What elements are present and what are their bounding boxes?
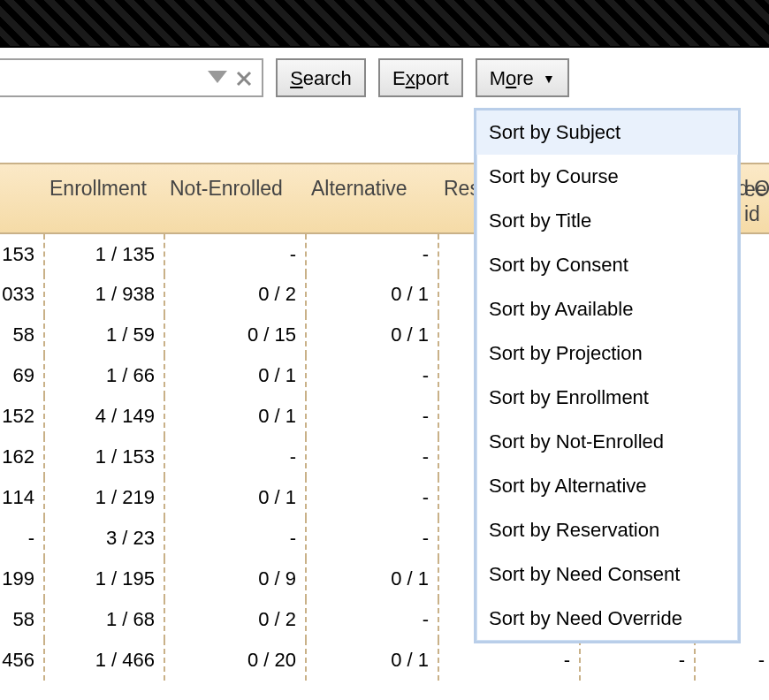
cell: 152	[0, 396, 44, 437]
cell: -	[306, 437, 438, 477]
cell: -	[306, 233, 438, 274]
cell: 0 / 1	[164, 477, 306, 518]
col-header[interactable]: Enrollment	[44, 164, 164, 233]
cell: 1 / 68	[44, 599, 164, 640]
menu-item[interactable]: Sort by Need Override	[476, 597, 738, 641]
search-box[interactable]	[0, 58, 263, 97]
clear-icon[interactable]	[232, 65, 256, 92]
search-input[interactable]	[0, 60, 196, 95]
cell: 1 / 153	[44, 437, 164, 477]
cell: -	[164, 233, 306, 274]
cell: 0 / 1	[306, 315, 438, 355]
cell: 0 / 1	[306, 640, 438, 681]
cell: 1 / 219	[44, 477, 164, 518]
cell: 3 / 23	[44, 518, 164, 559]
cell: -	[580, 640, 695, 681]
cell: 1 / 195	[44, 559, 164, 599]
cell: -	[0, 518, 44, 559]
col-header[interactable]: Not-Enrolled	[164, 164, 306, 233]
menu-item[interactable]: Sort by Enrollment	[476, 376, 738, 420]
top-stripe-bar	[0, 0, 769, 48]
cell: 1 / 135	[44, 233, 164, 274]
export-button[interactable]: ExportExport	[378, 58, 463, 97]
col-header[interactable]: Alternative	[306, 164, 438, 233]
cell: -	[306, 518, 438, 559]
menu-item[interactable]: Sort by Projection	[476, 331, 738, 376]
cell: -	[164, 518, 306, 559]
table-row[interactable]: 4561 / 4660 / 200 / 1---	[0, 640, 769, 681]
cell: 0 / 20	[164, 640, 306, 681]
menu-item[interactable]: Sort by Not-Enrolled	[476, 420, 738, 464]
cell: 0 / 1	[164, 355, 306, 396]
cell: 1 / 66	[44, 355, 164, 396]
menu-item[interactable]: Sort by Alternative	[476, 464, 738, 508]
menu-item[interactable]: Sort by Need Consent	[476, 552, 738, 597]
cell: 0 / 9	[164, 559, 306, 599]
cell: 1 / 938	[44, 274, 164, 315]
cell: -	[438, 640, 580, 681]
cell: 69	[0, 355, 44, 396]
svg-marker-0	[208, 71, 227, 83]
cell: -	[306, 355, 438, 396]
menu-item[interactable]: Sort by Available	[476, 287, 738, 331]
menu-item[interactable]: Sort by Reservation	[476, 508, 738, 552]
cell: -	[306, 477, 438, 518]
caret-down-icon: ▼	[543, 72, 555, 86]
cell: 0 / 15	[164, 315, 306, 355]
menu-item[interactable]: Sort by Title	[476, 199, 738, 243]
cell: 58	[0, 599, 44, 640]
filter-dropdown-icon[interactable]	[205, 65, 230, 92]
cell: -	[164, 437, 306, 477]
cell: 0 / 2	[164, 599, 306, 640]
cell: 199	[0, 559, 44, 599]
menu-item[interactable]: Sort by Course	[476, 155, 738, 199]
more-dropdown-menu: Sort by SubjectSort by CourseSort by Tit…	[474, 108, 741, 643]
cell: 114	[0, 477, 44, 518]
cell: -	[306, 599, 438, 640]
cell: 1 / 59	[44, 315, 164, 355]
search-button[interactable]: SSearchearch	[276, 58, 366, 97]
cell: 033	[0, 274, 44, 315]
col-header[interactable]: tion	[0, 164, 44, 233]
menu-item[interactable]: Sort by Consent	[476, 243, 738, 287]
menu-item[interactable]: Sort by Subject	[476, 110, 738, 155]
cell: -	[695, 640, 769, 681]
cell: 58	[0, 315, 44, 355]
cell: 0 / 1	[306, 559, 438, 599]
cell: 153	[0, 233, 44, 274]
cell: 4 / 149	[44, 396, 164, 437]
toolbar: SSearchearch ExportExport More ▼More	[0, 58, 569, 101]
cell: 456	[0, 640, 44, 681]
cell: 0 / 2	[164, 274, 306, 315]
cell: 0 / 1	[164, 396, 306, 437]
cell: 0 / 1	[306, 274, 438, 315]
cell: -	[306, 396, 438, 437]
cell: 1 / 466	[44, 640, 164, 681]
more-button[interactable]: More ▼More	[476, 58, 569, 97]
cell: 162	[0, 437, 44, 477]
